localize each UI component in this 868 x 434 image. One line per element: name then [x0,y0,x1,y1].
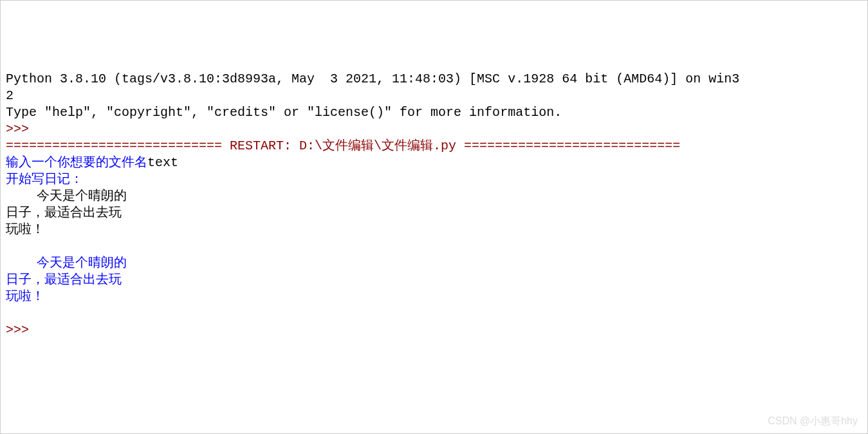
diary-input-line1: 今天是个晴朗的 [6,189,127,203]
restart-line: ============================ RESTART: D:… [6,138,680,153]
output-line1: 今天是个晴朗的 [6,256,127,270]
final-prompt-symbol: >>> [6,323,37,337]
input-value-filename: text [147,155,178,170]
python-version-line1: Python 3.8.10 (tags/v3.8.10:3d8993a, May… [6,71,739,86]
prompt-symbol: >>> [6,122,37,137]
idle-shell-output[interactable]: Python 3.8.10 (tags/v3.8.10:3d8993a, May… [6,71,862,339]
csdn-watermark: CSDN @小惠哥hhy [768,415,858,428]
python-version-line2: 2 [6,88,14,103]
python-help-line: Type "help", "copyright", "credits" or "… [6,105,562,120]
output-line2: 日子，最适合出去玩 [6,272,122,287]
diary-input-line2: 日子，最适合出去玩 [6,205,122,220]
output-line3: 玩啦！ [6,289,44,304]
input-prompt-filename: 输入一个你想要的文件名 [6,155,147,170]
diary-input-line3: 玩啦！ [6,222,44,237]
input-prompt-diary: 开始写日记： [6,172,83,187]
